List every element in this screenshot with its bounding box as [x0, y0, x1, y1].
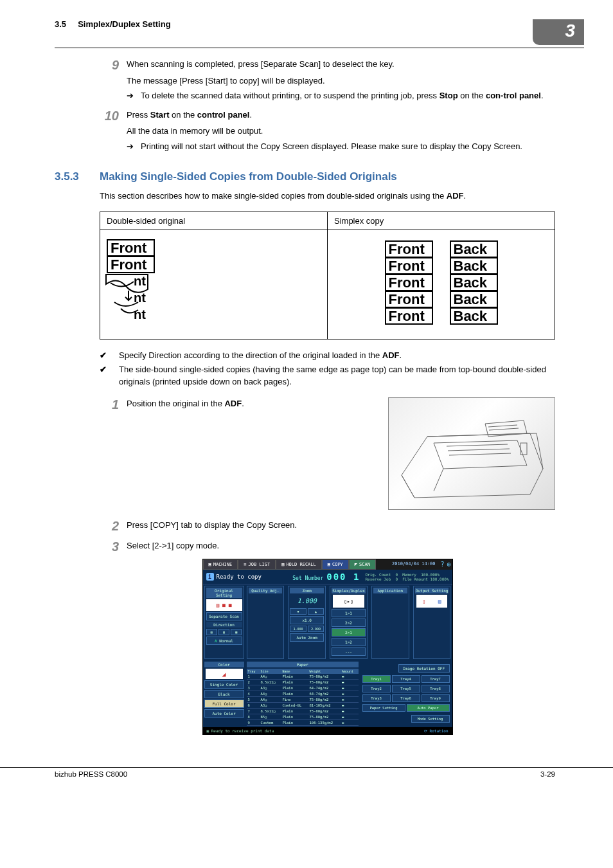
full-color-button[interactable]: Full Color [204, 700, 244, 708]
btn-dash[interactable]: --- [332, 647, 366, 656]
front-1: Front [385, 240, 433, 258]
dir-btn-3[interactable]: ▦ [231, 629, 242, 635]
ss-meta: Orig. Count 0 Memory 100.000% Reserve Jo… [365, 572, 449, 581]
tray-button[interactable]: Tray9 [422, 694, 450, 702]
back-2: Back [450, 257, 498, 275]
expand-icon[interactable]: ⊕ [445, 559, 452, 570]
table-row[interactable]: 6A3❏Coated-GL81-105g/m2▬ [247, 703, 359, 709]
step-2: 2 Press [COPY] tab to display the Copy S… [100, 519, 555, 533]
table-row[interactable]: 5A4❏Fine75-80g/m2▬ [247, 697, 359, 703]
heading-quality[interactable]: Quality Adj. [249, 588, 283, 593]
section-heading: 3.5.3 Making Single-Sided Copies from Do… [55, 170, 555, 183]
single-color-button[interactable]: Single Color [204, 680, 244, 689]
zoom-r1[interactable]: 1.000 [290, 626, 306, 632]
check-2-text: The side-bound single-sided copies (havi… [119, 364, 555, 388]
table-row[interactable]: 9CustomPlain106-135g/m2▬ [247, 720, 359, 726]
diagram-cell-left: Front Front nt nt nt [100, 230, 328, 339]
tray-button[interactable]: Tray4 [392, 675, 420, 683]
front-5: Front [385, 307, 433, 325]
table-row[interactable]: 4A4❏Plain64-74g/m2▬ [247, 691, 359, 697]
tab-scan[interactable]: ◤SCAN [349, 559, 376, 570]
tray-button[interactable]: Tray2 [362, 685, 391, 692]
step-10-sub1: All the data in memory will be output. [127, 125, 555, 138]
btn-1-1[interactable]: 1>1 [332, 609, 366, 617]
doc-front-2: Front [107, 256, 155, 273]
ss-ready: Ready to copy [217, 574, 262, 580]
back-4: Back [450, 291, 498, 308]
chapter-badge: 3 [533, 19, 584, 45]
auto-color-button[interactable]: Auto Color [204, 709, 244, 718]
auto-paper-button[interactable]: Auto Paper [407, 704, 450, 712]
tray-button[interactable]: Tray6 [392, 694, 420, 702]
table-row[interactable]: 8B5❏Plain75-80g/m2▬ [247, 714, 359, 720]
image-rotation-button[interactable]: Image Rotation OFF [398, 664, 450, 673]
color-preview-icon: ◢ [206, 669, 243, 679]
front-2: Front [385, 257, 433, 275]
table-row[interactable]: 1A4❏Plain75-80g/m2▬ [247, 674, 359, 680]
dir-btn-1[interactable]: ▤ [206, 629, 217, 635]
copy-screen-screenshot: ▣MACHINE ≡JOB LIST ▤HOLD RECALL ▣COPY ◤S… [202, 559, 453, 735]
heading-simplex[interactable]: Simplex/Duplex [332, 588, 366, 593]
step-2-text: Press [COPY] tab to display the Copy Scr… [127, 519, 555, 533]
panel-color: Color ◢ Single Color Black Full Color Au… [204, 662, 244, 726]
section-header-text: 3.5 Simplex/Duplex Setting [55, 19, 171, 29]
section-title: Making Single-Sided Copies from Double-S… [100, 170, 397, 183]
btn-1-2[interactable]: 1>2 [332, 638, 366, 646]
diagram-table: Double-sided original Simplex copy Front… [100, 212, 555, 339]
dir-btn-2[interactable]: ▥ [218, 629, 229, 635]
back-column: Back Back Back Back Back [450, 240, 498, 324]
check-icon: ✔ [100, 350, 119, 362]
zoom-ratio: 1.000 [290, 595, 324, 607]
output-icons: ▯▥ [416, 595, 448, 608]
step-10: 10 Press Start on the control panel. All… [100, 109, 555, 153]
autozoom-button[interactable]: Auto Zoom [290, 633, 324, 642]
heading-zoom[interactable]: Zoom [290, 588, 324, 593]
table-header-right: Simplex copy [328, 212, 555, 230]
separate-scan-button[interactable]: Separate Scan [206, 612, 242, 620]
step-10-arrow-text: Printing will not start without the Copy… [141, 140, 522, 153]
heading-color: Color [204, 662, 244, 667]
tab-machine[interactable]: ▣MACHINE [203, 559, 238, 570]
step-1-text: Position the original in the ADF. [127, 397, 369, 410]
btn-2-2[interactable]: 2>2 [332, 619, 366, 627]
tray-button[interactable]: Tray1 [362, 675, 391, 683]
header-section-title: Simplex/Duplex Setting [78, 19, 170, 29]
tab-joblist[interactable]: ≡JOB LIST [238, 559, 276, 570]
heading-direction: Direction [206, 622, 242, 628]
help-icon[interactable]: ? [439, 559, 445, 570]
zoom-r2[interactable]: 2.000 [308, 626, 324, 632]
step-9-number: 9 [100, 58, 127, 102]
tray-button[interactable]: Tray3 [362, 694, 391, 702]
btn-2-1[interactable]: 2>1 [332, 628, 366, 637]
table-row[interactable]: 28.5x11❏Plain75-80g/m2▬ [247, 680, 359, 685]
panel-quality: Quality Adj. [247, 586, 285, 659]
tab-copy[interactable]: ▣COPY [322, 559, 349, 570]
ss-footer: ▣ Ready to receive print data ⟳ Rotation [203, 727, 452, 734]
heading-original[interactable]: Original Setting [206, 588, 242, 598]
tray-button[interactable]: Tray8 [422, 685, 450, 692]
panel-zoom: Zoom 1.000 ▼▲ x1.0 1.000 2.000 Auto Zoom [288, 586, 326, 659]
panel-simplex: Simplex/Duplex ▯▸▯ 1>1 2>2 2>1 1>2 --- [330, 586, 368, 659]
step-10-text: Press Start on the control panel. [127, 109, 555, 122]
normal-button[interactable]: A Normal [206, 637, 242, 645]
zoom-x10[interactable]: x1.0 [290, 616, 324, 624]
ss-datetime: 2010/04/04 14:00 [388, 559, 439, 570]
step-9-arrow-text: To delete the scanned data without print… [141, 89, 544, 102]
svg-rect-0 [520, 443, 527, 455]
original-mini-icon: ▥ ■ ■ [206, 599, 242, 611]
black-button[interactable]: Black [204, 690, 244, 698]
zoom-up[interactable]: ▲ [308, 608, 324, 615]
mode-setting-button[interactable]: Mode Setting [411, 715, 450, 723]
tray-button[interactable]: Tray5 [392, 685, 420, 692]
nt-2: nt [134, 291, 146, 305]
paper-setting-button[interactable]: Paper Setting [362, 704, 405, 712]
section-intro: This section describes how to make singl… [100, 190, 555, 203]
table-row[interactable]: 78.5x11❏Plain75-80g/m2▬ [247, 709, 359, 714]
tab-holdrecall[interactable]: ▤HOLD RECALL [276, 559, 322, 570]
heading-output[interactable]: Output Setting [415, 588, 449, 593]
tray-buttons: Image Rotation OFF Tray1Tray4Tray7Tray2T… [361, 662, 451, 726]
table-row[interactable]: 3A3❏Plain64-74g/m2▬ [247, 685, 359, 691]
heading-application[interactable]: Application [373, 588, 407, 593]
tray-button[interactable]: Tray7 [422, 675, 450, 683]
zoom-down[interactable]: ▼ [290, 608, 306, 615]
